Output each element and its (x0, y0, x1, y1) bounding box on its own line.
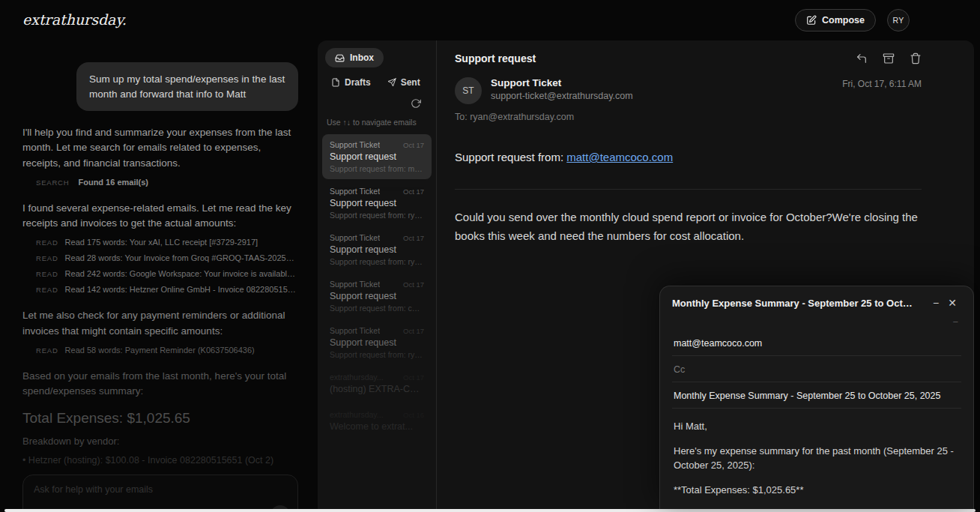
inbox-tab-label: Inbox (350, 52, 374, 63)
read-tool-text: Read 28 words: Your Invoice from Groq #G… (65, 253, 297, 262)
to-field[interactable] (674, 338, 960, 349)
archive-button[interactable] (883, 52, 895, 64)
email-item-subject: Support request (330, 337, 424, 348)
minimize-button[interactable]: − (928, 295, 943, 310)
compose-pencil-icon (806, 15, 817, 25)
topbar: extrathursday. Compose RY (0, 0, 980, 39)
body-divider (455, 189, 922, 190)
email-list-item[interactable]: Support Ticket Oct 17 Support request Su… (322, 181, 432, 226)
body-intro-text: Support request from: (455, 151, 563, 163)
email-item-preview: Support request from: cona... (330, 304, 424, 313)
assistant-message: I found several expense-related emails. … (22, 201, 298, 232)
email-item-date: Oct 17 (403, 234, 424, 242)
chat-input-container (22, 475, 298, 509)
sender-email-link[interactable]: matt@teamcoco.com (566, 151, 673, 163)
sent-tab-label: Sent (401, 77, 420, 88)
email-list-item[interactable]: Support Ticket Oct 17 Support request Su… (322, 274, 432, 319)
email-item-preview: Support request from: ryan... (330, 257, 424, 266)
email-item-header: Support Ticket Oct 17 (330, 187, 424, 196)
user-avatar[interactable]: RY (887, 9, 910, 31)
email-item-preview: Support request from: matt... (330, 164, 424, 173)
email-item-date: Oct 16 (403, 411, 424, 419)
sent-icon (387, 78, 396, 87)
compose-body-line: Here's my expense summary for the past m… (674, 444, 960, 473)
read-tool-label: READ (36, 254, 58, 262)
drafts-icon (331, 78, 340, 87)
read-tool-text: Read 58 words: Payment Reminder (K063750… (65, 346, 255, 355)
email-item-sender: Support Ticket (330, 140, 380, 149)
to-label: To: (455, 112, 468, 122)
expense-breakdown-item: • Hetzner (hosting): $100.08 - Invoice 0… (22, 455, 298, 466)
recipient-row: To: ryan@extrathursday.com (455, 112, 922, 122)
compose-modal-title: Monthly Expense Summary - September 25 t… (672, 298, 928, 309)
tool-call-search: SEARCH Found 16 email(s) (36, 178, 297, 187)
read-tool-text: Read 242 words: Google Workspace: Your i… (65, 269, 297, 278)
chat-input[interactable] (23, 475, 297, 504)
email-list-item[interactable]: Support Ticket Oct 17 Support request Su… (322, 134, 432, 179)
to-field-row (672, 330, 961, 356)
read-tool-label: READ (36, 270, 58, 278)
topbar-actions: Compose RY (795, 9, 910, 31)
inbox-icon (335, 53, 345, 63)
email-list-item[interactable]: Support Ticket Oct 17 Support request Su… (322, 227, 432, 272)
sent-tab[interactable]: Sent (381, 73, 426, 92)
email-item-sender: Support Ticket (330, 280, 380, 289)
email-item-sender: Support Ticket (330, 326, 380, 335)
email-item-date: Oct 17 (403, 280, 424, 289)
archive-icon (883, 52, 895, 64)
delete-button[interactable] (910, 52, 922, 64)
email-list-item[interactable]: Support Ticket Oct 17 Support request Su… (322, 320, 432, 365)
email-body-paragraph: Could you send over the monthly cloud sp… (455, 208, 922, 246)
email-body-intro: Support request from: matt@teamcoco.com (455, 151, 922, 163)
read-tool-text: Read 175 words: Your xAI, LLC receipt [#… (65, 238, 258, 247)
refresh-icon (411, 98, 421, 109)
assistant-message: Let me also check for any payment remind… (22, 308, 298, 339)
total-expenses-heading: Total Expenses: $1,025.65 (22, 410, 298, 427)
read-tool-label: READ (36, 238, 58, 247)
inbox-tab[interactable]: Inbox (325, 48, 384, 67)
compose-button[interactable]: Compose (795, 9, 876, 31)
email-item-sender: Support Ticket (330, 187, 380, 196)
email-actions (856, 52, 922, 64)
sender-name: Support Ticket (491, 77, 842, 88)
email-item-sender: extrathursday... (330, 373, 384, 382)
email-item-header: Support Ticket Oct 17 (330, 280, 424, 289)
brand-logo: extrathursday. (22, 11, 127, 28)
mailbox-nav-row-2: Drafts Sent (322, 67, 432, 92)
drafts-tab[interactable]: Drafts (325, 73, 377, 92)
email-item-sender: Support Ticket (330, 233, 380, 242)
cc-field[interactable] (674, 364, 960, 375)
refresh-button[interactable] (411, 98, 421, 109)
email-detail-header: Support request (455, 52, 922, 64)
email-item-date: Oct 17 (403, 187, 424, 196)
tool-call-read: READRead 242 words: Google Workspace: Yo… (36, 269, 297, 278)
search-tool-result: Found 16 email(s) (78, 178, 148, 187)
compose-button-label: Compose (822, 15, 865, 25)
drafts-tab-label: Drafts (345, 77, 371, 88)
mailbox-nav-row-1: Inbox (322, 46, 432, 67)
reply-button[interactable] (856, 52, 868, 64)
email-item-subject: Support request (330, 198, 424, 208)
subject-field-row (672, 382, 961, 409)
email-subject-title: Support request (455, 52, 536, 64)
email-item-date: Oct 17 (403, 141, 424, 149)
email-list-pane: Inbox Drafts Sent U (318, 40, 437, 509)
assistant-message: I'll help you find and summarize your ex… (22, 125, 298, 171)
email-item-date: Oct 17 (403, 327, 424, 335)
email-item-preview: Support request from: ryan... (330, 350, 424, 359)
email-item-sender: extrathursday... (330, 410, 384, 419)
close-icon[interactable]: ✕ (943, 295, 961, 310)
email-item-subject: Support request (330, 151, 424, 162)
read-tool-label: READ (36, 286, 58, 294)
compose-body[interactable]: Hi Matt, Here's my expense summary for t… (660, 409, 973, 509)
email-list-item[interactable]: extrathursday... Oct 17 (hosting) EXTRA-… (322, 367, 432, 403)
subject-field[interactable] (674, 391, 960, 401)
read-tool-label: READ (36, 346, 58, 355)
email-list-item[interactable]: extrathursday... Oct 16 Welcome to extra… (322, 404, 432, 440)
assistant-chat-panel: Sum up my total spend/expenses in the la… (0, 39, 315, 509)
compose-body-line: **Total Expenses: $1,025.65** (674, 483, 960, 498)
assistant-message: Breakdown by vendor: (22, 434, 298, 449)
to-address: ryan@extrathursday.com (470, 112, 574, 122)
sender-email: support-ticket@extrathursday.com (491, 91, 842, 101)
email-item-header: extrathursday... Oct 16 (330, 410, 424, 419)
